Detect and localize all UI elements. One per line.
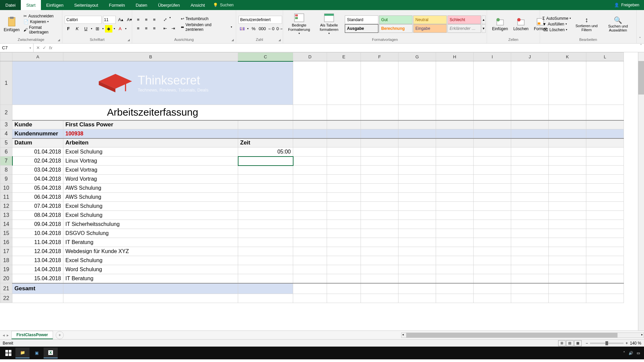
horizontal-scrollbar[interactable]: ◂▸ [401, 333, 644, 338]
cell-J4[interactable] [511, 129, 549, 138]
paste-button[interactable]: Einfügen [1, 15, 22, 34]
cell-B6[interactable]: Excel Schulung [63, 147, 238, 157]
cell-K17[interactable] [549, 247, 586, 256]
cell-L18[interactable] [586, 256, 624, 265]
cell-A10[interactable]: 05.04.2018 [12, 184, 63, 193]
row-header-10[interactable]: 10 [0, 184, 12, 193]
cell-F3[interactable] [361, 120, 398, 129]
cell-K13[interactable] [549, 211, 586, 220]
cell-D3[interactable] [293, 120, 327, 129]
row-header-20[interactable]: 20 [0, 274, 12, 283]
cell-A13[interactable]: 08.04.2018 [12, 211, 63, 220]
cell-G8[interactable] [398, 166, 436, 175]
font-name-select[interactable] [65, 16, 102, 24]
task-excel[interactable]: X [44, 348, 58, 358]
cell-I14[interactable] [474, 220, 511, 229]
view-pagelayout-button[interactable]: ▤ [566, 340, 574, 346]
spreadsheet-grid[interactable]: ABCDEFGHIJKL1 ThinksecretTechnews, Revie… [0, 52, 644, 330]
cell-D13[interactable] [293, 211, 327, 220]
align-top-button[interactable]: ≡ [135, 16, 142, 23]
align-right-button[interactable]: ≡ [151, 25, 158, 32]
cell-C9[interactable] [238, 175, 293, 184]
cell-L5[interactable] [586, 138, 624, 147]
title-cell[interactable]: Arbeitszeiterfassung [12, 105, 293, 120]
cell-G18[interactable] [398, 256, 436, 265]
percent-format-button[interactable]: % [250, 25, 257, 33]
cell-H22[interactable] [436, 294, 474, 303]
tab-data[interactable]: Daten [130, 0, 153, 10]
cell-I9[interactable] [474, 175, 511, 184]
font-size-select[interactable] [103, 16, 116, 24]
cell-B12[interactable]: Excel Schulung [63, 202, 238, 211]
cell-E19[interactable] [327, 265, 361, 274]
cell-H17[interactable] [436, 247, 474, 256]
tab-formulas[interactable]: Formeln [104, 0, 130, 10]
cell-L14[interactable] [586, 220, 624, 229]
cell-A19[interactable]: 14.04.2018 [12, 265, 63, 274]
accept-formula-icon[interactable]: ✓ [43, 45, 46, 50]
cell-J7[interactable] [511, 157, 549, 166]
cell-A7[interactable]: 02.04.2018 [12, 157, 63, 166]
cell-I15[interactable] [474, 229, 511, 238]
tab-pagelayout[interactable]: Seitenlayout [69, 0, 104, 10]
comma-format-button[interactable]: 000 [259, 25, 266, 33]
style-good[interactable]: Gut [379, 15, 413, 24]
task-explorer[interactable]: 📁 [15, 348, 30, 358]
cell-B20[interactable]: IT Beratung [63, 274, 238, 283]
header-arbeiten-cell[interactable]: Arbeiten [63, 138, 238, 147]
view-normal-button[interactable]: ⊞ [558, 340, 566, 346]
start-button[interactable] [1, 348, 15, 358]
cell-F22[interactable] [361, 294, 398, 303]
cell-A18[interactable]: 13.04.2018 [12, 256, 63, 265]
font-color-button[interactable]: A [116, 25, 124, 33]
row-header-19[interactable]: 19 [0, 265, 12, 274]
wrap-text-button[interactable]: ↩Textumbruch [181, 16, 232, 21]
cell-L12[interactable] [586, 202, 624, 211]
row-header-15[interactable]: 15 [0, 229, 12, 238]
col-header-C[interactable]: C [238, 53, 293, 61]
cell-A17[interactable]: 12.04.2018 [12, 247, 63, 256]
vertical-scrollbar[interactable] [638, 52, 644, 330]
cell-D16[interactable] [293, 238, 327, 247]
cell-K1[interactable] [549, 61, 586, 105]
row-header-3[interactable]: 3 [0, 120, 12, 129]
cell-J21[interactable] [511, 283, 549, 294]
cell-D14[interactable] [293, 220, 327, 229]
cell-K15[interactable] [549, 229, 586, 238]
cell-I8[interactable] [474, 166, 511, 175]
cell-H21[interactable] [436, 283, 474, 294]
fill-button[interactable]: ▼Ausfüllen▾ [542, 22, 571, 26]
sheet-nav-next-icon[interactable]: ▸ [7, 333, 9, 338]
cell-F1[interactable] [361, 61, 398, 105]
cell-G6[interactable] [398, 147, 436, 157]
cell-A11[interactable]: 06.04.2018 [12, 193, 63, 202]
row-header-7[interactable]: 7 [0, 157, 12, 166]
font-launcher-icon[interactable]: ◢ [127, 38, 130, 42]
alignment-launcher-icon[interactable]: ◢ [231, 38, 234, 42]
row-header-1[interactable]: 1 [0, 61, 12, 105]
cell-F16[interactable] [361, 238, 398, 247]
cell-B10[interactable]: AWS Schulung [63, 184, 238, 193]
tab-view[interactable]: Ansicht [185, 0, 210, 10]
scroll-left-icon[interactable]: ◂ [402, 333, 404, 336]
cell-J1[interactable] [511, 61, 549, 105]
cell-E4[interactable] [327, 129, 361, 138]
cell-C18[interactable] [238, 256, 293, 265]
cell-C4[interactable] [238, 129, 293, 138]
cell-H9[interactable] [436, 175, 474, 184]
cell-K6[interactable] [549, 147, 586, 157]
cell-A6[interactable]: 01.04.2018 [12, 147, 63, 157]
cell-G7[interactable] [398, 157, 436, 166]
cell-H1[interactable] [436, 61, 474, 105]
cell-L17[interactable] [586, 247, 624, 256]
cell-I13[interactable] [474, 211, 511, 220]
cell-L6[interactable] [586, 147, 624, 157]
cell-D9[interactable] [293, 175, 327, 184]
cell-C22[interactable] [238, 294, 293, 303]
cell-C10[interactable] [238, 184, 293, 193]
cell-L21[interactable] [586, 283, 624, 294]
tab-start[interactable]: Start [21, 0, 41, 10]
cell-A22[interactable] [12, 294, 63, 303]
name-box[interactable]: C7 [0, 44, 34, 52]
cell-H4[interactable] [436, 129, 474, 138]
